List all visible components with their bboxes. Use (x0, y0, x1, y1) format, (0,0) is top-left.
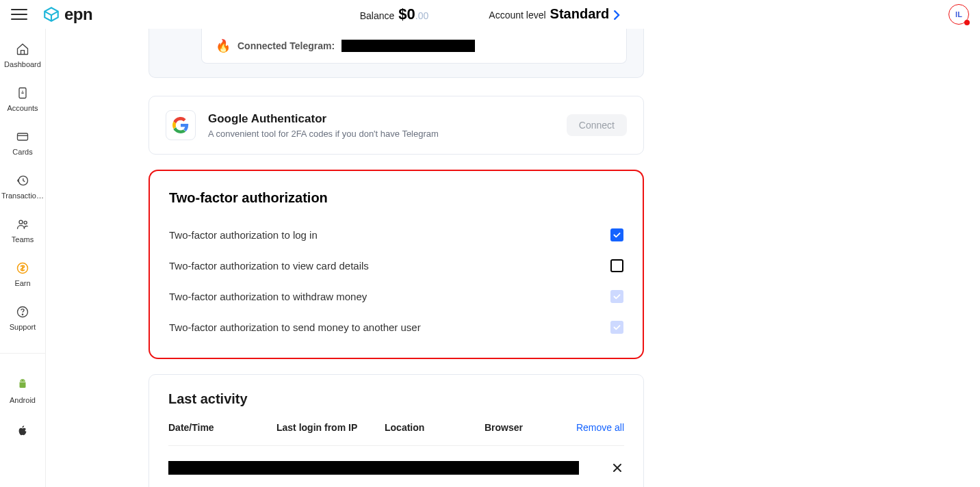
sidebar-item-label: Transaction … (1, 192, 44, 200)
balance-amount: $0 (398, 5, 415, 23)
two-factor-title: Two-factor authorization (169, 190, 623, 206)
support-icon (16, 305, 29, 319)
svg-point-9 (23, 380, 24, 381)
fire-icon: 🔥 (216, 38, 231, 53)
col-browser: Browser (485, 422, 576, 433)
authenticator-card: Google Authenticator A convenient tool f… (149, 96, 644, 155)
authenticator-description: A convenient tool for 2FA codes if you d… (208, 129, 554, 139)
two-factor-row-withdraw: Two-factor authorization to withdraw mon… (169, 281, 623, 312)
account-level-label: Account level (489, 10, 545, 21)
logo[interactable]: epn (42, 5, 92, 24)
chevron-right-icon (613, 10, 620, 20)
svg-rect-1 (18, 133, 28, 140)
two-factor-label: Two-factor authorization to log in (169, 229, 318, 241)
sidebar-item-label: Support (10, 323, 36, 331)
sidebar-item-earn[interactable]: Earn (0, 261, 45, 287)
close-icon (612, 462, 623, 473)
earn-icon (16, 261, 29, 275)
svg-point-3 (19, 220, 23, 224)
col-ip: Last login from IP (276, 422, 385, 433)
two-factor-label: Two-factor authorization to send money t… (169, 321, 421, 333)
sidebar-item-label: Earn (14, 279, 30, 287)
svg-point-8 (21, 380, 22, 381)
teams-icon (16, 218, 29, 231)
telegram-card: 🔥 Connected Telegram: (149, 29, 644, 78)
accounts-icon (16, 86, 29, 100)
col-location: Location (385, 422, 485, 433)
avatar[interactable]: IL (949, 4, 969, 25)
app-header: epn Balance $0.00 Account level Standard… (0, 0, 980, 29)
sidebar-item-support[interactable]: Support (0, 305, 45, 331)
sidebar-item-dashboard[interactable]: Dashboard (0, 42, 45, 68)
sidebar-item-label: Dashboard (4, 60, 41, 68)
connect-button[interactable]: Connect (567, 114, 627, 136)
balance[interactable]: Balance $0.00 (360, 5, 429, 23)
sidebar-item-teams[interactable]: Teams (0, 218, 45, 244)
history-icon (16, 174, 29, 187)
two-factor-label: Two-factor authorization to view card de… (169, 260, 369, 272)
balance-cents: .00 (415, 10, 428, 21)
balance-label: Balance (360, 10, 395, 21)
telegram-username-redacted (341, 40, 475, 52)
checkbox-view-card[interactable] (610, 259, 623, 272)
svg-point-4 (24, 221, 27, 224)
sidebar: Dashboard Accounts Cards Transaction … T… (0, 29, 46, 487)
two-factor-card: Two-factor authorization Two-factor auth… (149, 170, 644, 359)
activity-row (168, 446, 624, 477)
account-level-value: Standard (550, 6, 610, 22)
sidebar-item-label: Android (10, 396, 36, 404)
authenticator-title: Google Authenticator (208, 112, 554, 126)
avatar-initials: IL (955, 10, 962, 18)
two-factor-row-view-card: Two-factor authorization to view card de… (169, 250, 623, 281)
sidebar-item-label: Accounts (7, 104, 38, 112)
android-icon (16, 378, 29, 390)
sidebar-item-accounts[interactable]: Accounts (0, 86, 45, 112)
activity-table-header: Date/Time Last login from IP Location Br… (168, 422, 624, 446)
checkbox-withdraw (610, 290, 623, 303)
remove-all-link[interactable]: Remove all (576, 422, 624, 433)
main-content: 🔥 Connected Telegram: Google Authent (46, 29, 980, 487)
logo-text: epn (64, 5, 92, 24)
last-activity-title: Last activity (168, 391, 624, 407)
sidebar-item-cards[interactable]: Cards (0, 130, 45, 156)
svg-point-7 (22, 314, 23, 315)
apple-icon (17, 424, 28, 436)
logo-icon (42, 5, 60, 23)
two-factor-row-login: Two-factor authorization to log in (169, 220, 623, 250)
sidebar-item-transactions[interactable]: Transaction … (0, 174, 45, 200)
activity-row-redacted (168, 461, 579, 475)
remove-session-button[interactable] (610, 461, 624, 475)
google-icon (166, 110, 196, 140)
telegram-connected-label: Connected Telegram: (237, 40, 335, 51)
sidebar-divider (0, 353, 45, 354)
sidebar-item-apple[interactable] (0, 422, 45, 438)
sidebar-item-label: Cards (12, 148, 32, 156)
last-activity-card: Last activity Date/Time Last login from … (149, 374, 644, 487)
two-factor-row-send: Two-factor authorization to send money t… (169, 312, 623, 343)
account-level[interactable]: Account level Standard (489, 6, 620, 22)
col-date: Date/Time (168, 422, 276, 433)
checkbox-login[interactable] (610, 228, 623, 241)
cards-icon (16, 130, 29, 144)
two-factor-label: Two-factor authorization to withdraw mon… (169, 291, 367, 302)
menu-button[interactable] (11, 5, 30, 24)
sidebar-item-label: Teams (12, 235, 34, 244)
sidebar-item-android[interactable]: Android (0, 376, 45, 404)
checkbox-send (610, 321, 623, 334)
home-icon (16, 42, 29, 56)
